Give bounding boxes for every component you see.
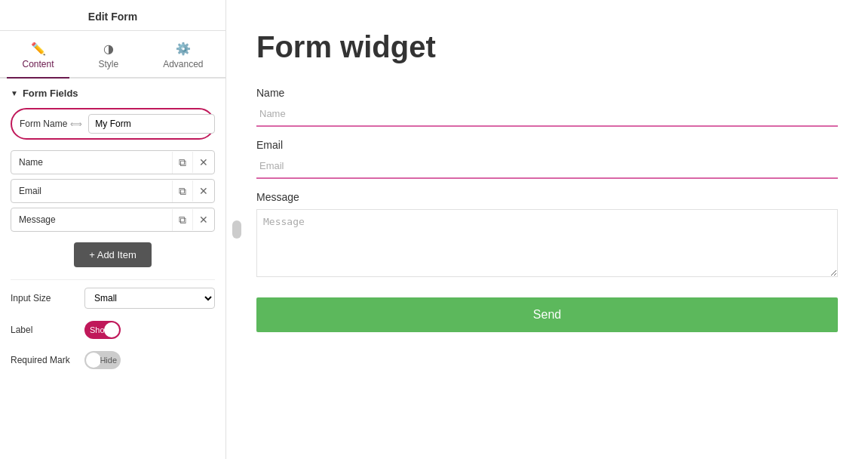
required-mark-row: Required Mark Hide xyxy=(0,345,225,375)
preview-message-label: Message xyxy=(256,191,838,203)
field-copy-message[interactable]: ⧉ xyxy=(172,209,192,231)
label-toggle[interactable]: Show xyxy=(84,321,121,339)
form-name-input[interactable] xyxy=(88,114,215,134)
form-name-row: Form Name ⟺ xyxy=(11,108,215,140)
advanced-icon: ⚙️ xyxy=(176,42,191,56)
preview-name-input[interactable] xyxy=(256,102,838,127)
field-copy-email[interactable]: ⧉ xyxy=(172,180,192,202)
field-label-message: Message xyxy=(11,208,172,231)
content-icon: ✏️ xyxy=(31,42,46,56)
input-size-select[interactable]: Small Medium Large xyxy=(84,288,215,309)
add-item-label: + Add Item xyxy=(89,249,136,260)
add-item-button[interactable]: + Add Item xyxy=(74,242,152,267)
preview-email-group: Email xyxy=(256,139,838,179)
field-delete-email[interactable]: ✕ xyxy=(192,180,214,202)
tab-content[interactable]: ✏️ Content xyxy=(7,37,69,79)
left-panel: Edit Form ✏️ Content ◑ Style ⚙️ Advanced… xyxy=(0,0,226,459)
required-mark-toggle[interactable]: Hide xyxy=(84,351,121,369)
panel-title: Edit Form xyxy=(0,0,225,31)
fields-list: Name ⧉ ✕ Email ⧉ ✕ Message ⧉ ✕ xyxy=(0,150,225,232)
tab-content-label: Content xyxy=(22,59,54,69)
tab-style[interactable]: ◑ Style xyxy=(83,37,133,77)
required-mark-label: Required Mark xyxy=(11,355,78,365)
tab-advanced-label: Advanced xyxy=(163,59,203,69)
form-preview: Name Email Message Send xyxy=(226,87,868,362)
field-row-email: Email ⧉ ✕ xyxy=(11,179,215,203)
label-toggle-text: Show xyxy=(90,325,111,334)
preview-email-input[interactable] xyxy=(256,154,838,179)
field-delete-message[interactable]: ✕ xyxy=(192,209,214,230)
send-button-label: Send xyxy=(533,308,561,321)
required-mark-toggle-knob xyxy=(86,353,101,368)
required-mark-toggle-container: Hide xyxy=(84,351,121,369)
preview-name-label: Name xyxy=(256,87,838,99)
required-mark-toggle-text: Hide xyxy=(100,356,117,365)
field-label-email: Email xyxy=(11,180,172,202)
tabs-row: ✏️ Content ◑ Style ⚙️ Advanced xyxy=(0,31,225,79)
field-label-name: Name xyxy=(11,151,172,174)
style-icon: ◑ xyxy=(103,42,114,56)
input-size-row: Input Size Small Medium Large xyxy=(0,282,225,315)
preview-message-group: Message xyxy=(256,191,838,279)
right-panel: Form widget Name Email Message Send xyxy=(226,0,868,459)
field-row-message: Message ⧉ ✕ xyxy=(11,208,215,232)
field-row-name: Name ⧉ ✕ xyxy=(11,150,215,174)
resize-handle[interactable] xyxy=(232,220,241,239)
label-row: Label Show xyxy=(0,315,225,345)
preview-message-textarea[interactable] xyxy=(256,209,838,277)
send-button[interactable]: Send xyxy=(256,297,838,332)
field-copy-name[interactable]: ⧉ xyxy=(172,152,192,174)
preview-email-label: Email xyxy=(256,139,838,151)
section-arrow-icon: ▼ xyxy=(11,89,18,97)
form-fields-heading: Form Fields xyxy=(23,88,78,99)
form-name-icon: ⟺ xyxy=(70,119,82,129)
form-fields-section-header[interactable]: ▼ Form Fields xyxy=(0,79,225,105)
input-size-label: Input Size xyxy=(11,293,78,303)
tab-style-label: Style xyxy=(98,59,118,69)
preview-name-group: Name xyxy=(256,87,838,127)
divider-1 xyxy=(11,279,215,280)
widget-title: Form widget xyxy=(226,0,868,87)
label-prop-label: Label xyxy=(11,325,78,335)
form-name-label: Form Name ⟺ xyxy=(20,119,82,129)
tab-advanced[interactable]: ⚙️ Advanced xyxy=(148,37,218,77)
label-toggle-container: Show xyxy=(84,321,121,339)
field-delete-name[interactable]: ✕ xyxy=(192,152,214,173)
